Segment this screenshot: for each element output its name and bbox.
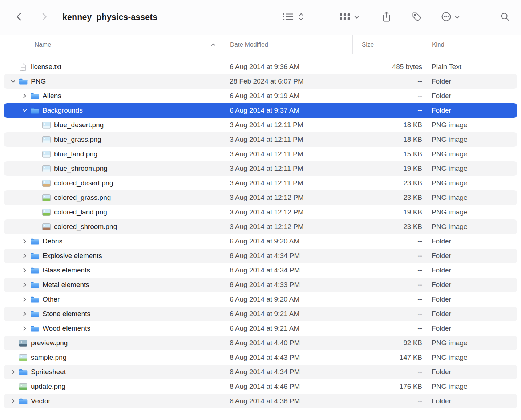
- chevron-down-icon: [455, 15, 460, 20]
- file-row[interactable]: blue_grass.png 3 Aug 2014 at 12:11 PM 18…: [4, 132, 517, 147]
- file-kind: PNG image: [425, 194, 517, 202]
- disclosure-chevron-icon[interactable]: [21, 267, 28, 274]
- file-size: --: [352, 295, 425, 303]
- file-date: 28 Feb 2024 at 6:07 PM: [225, 77, 352, 85]
- ellipsis-circle-icon: [441, 11, 452, 23]
- file-kind: Folder: [425, 77, 517, 85]
- column-header-kind[interactable]: Kind: [425, 35, 517, 54]
- column-header-size[interactable]: Size: [352, 35, 425, 54]
- disclosure-chevron-icon[interactable]: [21, 325, 28, 332]
- chevron-right-icon: [40, 12, 49, 23]
- file-name: blue_grass.png: [54, 136, 101, 144]
- file-name: Other: [43, 295, 60, 303]
- name-cell: Vector: [4, 397, 225, 405]
- file-kind: Folder: [425, 252, 517, 260]
- disclosure-chevron-icon[interactable]: [21, 252, 28, 259]
- file-date: 6 Aug 2014 at 9:21 AM: [225, 324, 352, 332]
- file-row[interactable]: colored_desert.png 3 Aug 2014 at 12:11 P…: [4, 176, 517, 190]
- folder-icon: [30, 324, 39, 333]
- file-size: 92 KB: [352, 339, 425, 347]
- disclosure-chevron-icon: [33, 121, 40, 129]
- file-row[interactable]: colored_grass.png 3 Aug 2014 at 12:12 PM…: [4, 190, 517, 205]
- file-date: 8 Aug 2014 at 4:46 PM: [225, 383, 352, 391]
- file-kind: PNG image: [425, 339, 517, 347]
- file-date: 3 Aug 2014 at 12:11 PM: [225, 121, 352, 129]
- file-row[interactable]: Glass elements 8 Aug 2014 at 4:34 PM -- …: [4, 263, 517, 278]
- disclosure-chevron-icon: [33, 165, 40, 172]
- file-row[interactable]: Spritesheet 8 Aug 2014 at 4:34 PM -- Fol…: [4, 365, 517, 379]
- back-button[interactable]: [15, 12, 23, 23]
- disclosure-chevron-icon[interactable]: [21, 281, 28, 288]
- disclosure-chevron-icon: [33, 223, 40, 230]
- disclosure-chevron-icon[interactable]: [9, 368, 17, 376]
- file-row[interactable]: blue_shroom.png 3 Aug 2014 at 12:11 PM 1…: [4, 161, 517, 176]
- file-row[interactable]: Stone elements 6 Aug 2014 at 9:21 AM -- …: [4, 307, 517, 321]
- file-date: 3 Aug 2014 at 12:11 PM: [225, 150, 352, 158]
- disclosure-chevron-icon[interactable]: [21, 296, 28, 303]
- file-name: PNG: [31, 77, 46, 85]
- file-row[interactable]: colored_shroom.png 3 Aug 2014 at 12:12 P…: [4, 219, 517, 234]
- share-button[interactable]: [382, 11, 391, 23]
- file-row[interactable]: colored_land.png 3 Aug 2014 at 12:12 PM …: [4, 205, 517, 219]
- column-header-date[interactable]: Date Modified: [225, 35, 352, 54]
- file-row[interactable]: TXT license.txt 6 Aug 2014 at 9:36 AM 48…: [4, 60, 517, 74]
- sort-control-button[interactable]: [298, 12, 304, 23]
- file-row[interactable]: Debris 6 Aug 2014 at 9:20 AM -- Folder: [4, 234, 517, 249]
- file-kind: PNG image: [425, 223, 517, 231]
- file-name: preview.png: [31, 339, 68, 347]
- more-options-button[interactable]: [441, 11, 460, 23]
- nav-buttons: [15, 12, 49, 23]
- file-row[interactable]: update.png 8 Aug 2014 at 4:46 PM 176 KB …: [4, 379, 517, 394]
- file-row[interactable]: Metal elements 8 Aug 2014 at 4:33 PM -- …: [4, 278, 517, 292]
- list-view-icon: [283, 12, 294, 22]
- file-row[interactable]: blue_desert.png 3 Aug 2014 at 12:11 PM 1…: [4, 118, 517, 132]
- folder-icon: [30, 280, 39, 289]
- disclosure-chevron-icon[interactable]: [21, 107, 28, 114]
- name-cell: update.png: [4, 382, 225, 391]
- file-kind: PNG image: [425, 150, 517, 158]
- file-name: Vector: [31, 397, 51, 405]
- list-view-button[interactable]: [283, 12, 294, 22]
- disclosure-chevron-icon[interactable]: [21, 92, 28, 100]
- name-cell: colored_land.png: [4, 208, 225, 217]
- folder-icon: [30, 92, 39, 100]
- file-row[interactable]: blue_land.png 3 Aug 2014 at 12:11 PM 15 …: [4, 147, 517, 161]
- toolbar-tools: [283, 11, 510, 23]
- file-size: --: [352, 310, 425, 318]
- name-cell: TXT license.txt: [4, 62, 225, 71]
- file-row[interactable]: PNG 28 Feb 2024 at 6:07 PM -- Folder: [4, 74, 517, 89]
- file-size: --: [352, 77, 425, 85]
- disclosure-chevron-icon[interactable]: [9, 78, 17, 85]
- column-header-name[interactable]: Name: [4, 35, 225, 54]
- disclosure-chevron-icon[interactable]: [21, 238, 28, 245]
- file-row[interactable]: Aliens 6 Aug 2014 at 9:19 AM -- Folder: [4, 89, 517, 103]
- disclosure-chevron-icon[interactable]: [21, 310, 28, 318]
- disclosure-chevron-icon[interactable]: [9, 397, 17, 405]
- name-cell: blue_shroom.png: [4, 164, 225, 173]
- file-row[interactable]: preview.png 8 Aug 2014 at 4:40 PM 92 KB …: [4, 336, 517, 350]
- file-kind: Plain Text: [425, 63, 517, 71]
- file-row[interactable]: Wood elements 6 Aug 2014 at 9:21 AM -- F…: [4, 321, 517, 336]
- tag-button[interactable]: [412, 12, 422, 23]
- file-kind: Folder: [425, 310, 517, 318]
- folder-icon: [30, 295, 39, 304]
- name-cell: Spritesheet: [4, 368, 225, 376]
- file-date: 6 Aug 2014 at 9:20 AM: [225, 237, 352, 245]
- file-name: sample.png: [31, 354, 66, 362]
- folder-icon: [30, 237, 39, 246]
- forward-button[interactable]: [40, 12, 49, 23]
- file-kind: PNG image: [425, 383, 517, 391]
- folder-icon: [18, 397, 28, 405]
- file-size: 147 KB: [352, 354, 425, 362]
- file-row[interactable]: Backgrounds 6 Aug 2014 at 9:37 AM -- Fol…: [4, 103, 517, 118]
- group-view-button[interactable]: [339, 13, 359, 22]
- search-button[interactable]: [500, 12, 510, 23]
- file-name: blue_desert.png: [54, 121, 104, 129]
- file-row[interactable]: sample.png 8 Aug 2014 at 4:43 PM 147 KB …: [4, 350, 517, 365]
- file-kind: Folder: [425, 368, 517, 376]
- file-date: 8 Aug 2014 at 4:36 PM: [225, 397, 352, 405]
- file-row[interactable]: Other 6 Aug 2014 at 9:20 AM -- Folder: [4, 292, 517, 307]
- file-date: 3 Aug 2014 at 12:12 PM: [225, 194, 352, 202]
- file-row[interactable]: Explosive elements 8 Aug 2014 at 4:34 PM…: [4, 249, 517, 263]
- file-row[interactable]: Vector 8 Aug 2014 at 4:36 PM -- Folder: [4, 394, 517, 408]
